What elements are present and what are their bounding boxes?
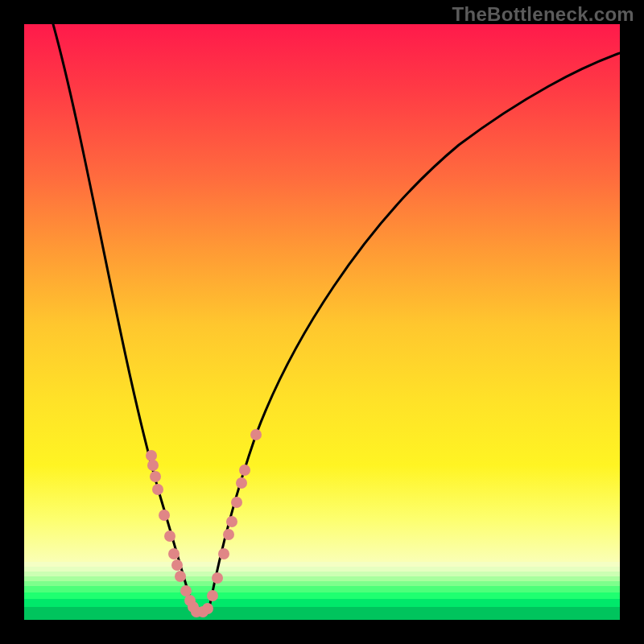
watermark-text: TheBottleneck.com bbox=[452, 3, 634, 26]
data-marker bbox=[212, 572, 223, 584]
data-marker bbox=[202, 603, 213, 614]
data-marker bbox=[207, 590, 218, 601]
right-curve bbox=[209, 53, 620, 608]
curve-layer bbox=[24, 24, 620, 620]
data-marker bbox=[146, 450, 157, 461]
data-marker bbox=[218, 548, 229, 559]
data-marker bbox=[180, 585, 192, 597]
data-marker bbox=[231, 497, 242, 508]
data-marker bbox=[239, 464, 250, 476]
data-marker bbox=[171, 559, 183, 571]
marker-group bbox=[146, 429, 262, 617]
plot-area bbox=[24, 24, 620, 620]
chart-frame: TheBottleneck.com bbox=[0, 0, 644, 644]
data-marker bbox=[147, 460, 159, 471]
data-marker bbox=[150, 471, 161, 482]
data-marker bbox=[175, 571, 186, 582]
data-marker bbox=[250, 429, 262, 440]
data-marker bbox=[164, 530, 175, 542]
data-marker bbox=[236, 477, 247, 489]
data-marker bbox=[226, 516, 237, 527]
data-marker bbox=[152, 484, 163, 495]
data-marker bbox=[159, 510, 170, 521]
data-marker bbox=[168, 548, 180, 559]
left-curve bbox=[53, 24, 193, 608]
data-marker bbox=[223, 529, 234, 540]
